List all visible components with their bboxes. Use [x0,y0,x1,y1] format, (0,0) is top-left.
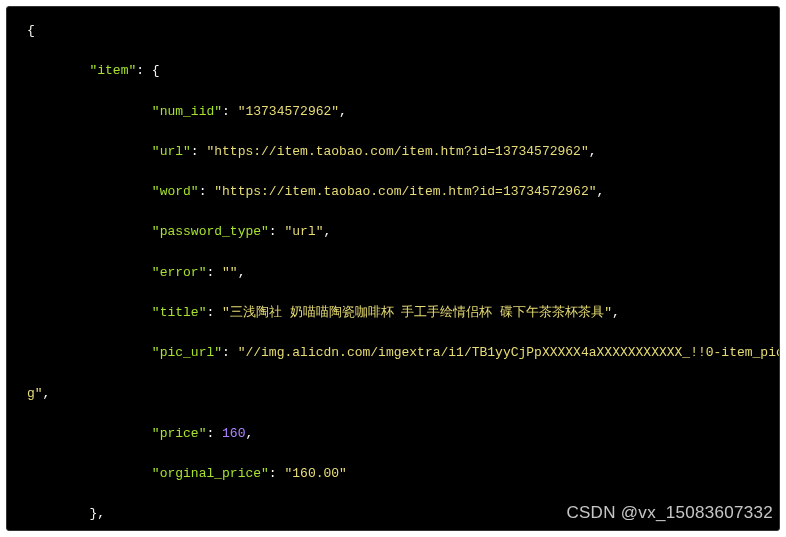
item-word: https://item.taobao.com/item.htm?id=1373… [222,184,589,199]
item-price: 160 [222,426,245,441]
item-pic-url: //img.alicdn.com/imgextra/i1/TB1yyCjPpXX… [245,345,780,360]
item-title: 三浅陶社 奶喵喵陶瓷咖啡杯 手工手绘情侣杯 碟下午茶茶杯茶具 [230,305,604,320]
item-url: https://item.taobao.com/item.htm?id=1373… [214,144,581,159]
watermark: CSDN @vx_15083607332 [566,500,773,526]
item-num-iid: 13734572962 [245,104,331,119]
item-orginal-price: 160.00 [292,466,339,481]
item-password-type: url [292,224,315,239]
json-output: { "item": { "num_iid": "13734572962", "u… [7,21,779,531]
code-block: { "item": { "num_iid": "13734572962", "u… [6,6,780,531]
